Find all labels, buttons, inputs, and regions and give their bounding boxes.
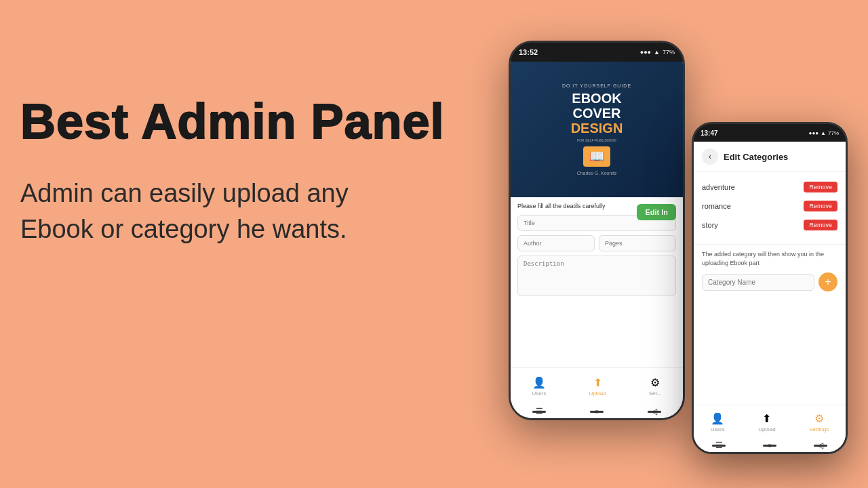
phone-front-icons: ●●● ▲ 77% bbox=[809, 130, 839, 136]
left-section: Best Admin Panel Admin can easily upload… bbox=[20, 95, 481, 248]
plus-icon: + bbox=[825, 276, 831, 288]
category-item-adventure: adventure Remove bbox=[702, 178, 837, 197]
book-title-line2: COVER bbox=[571, 106, 623, 121]
front-signal-icon: ●●● bbox=[809, 130, 819, 136]
book-graphic-icon: 📖 bbox=[589, 149, 604, 164]
author-input[interactable] bbox=[517, 235, 595, 251]
phone-front-status-bar: 13:47 ●●● ▲ 77% bbox=[694, 124, 846, 142]
front-wifi-icon: ▲ bbox=[821, 130, 826, 136]
nav-upload-label: Upload bbox=[589, 390, 606, 396]
phone-front-screen: ‹ Edit Categories adventure Remove roman… bbox=[694, 142, 846, 452]
home-bar-home-icon: ○ bbox=[590, 411, 604, 413]
nav-users[interactable]: 👤 Users bbox=[532, 376, 547, 396]
categories-list: adventure Remove romance Remove story Re… bbox=[694, 172, 846, 240]
phone-back-home-bar: ☰ ○ ◁ bbox=[511, 405, 683, 418]
phone-front-home-bar: ☰ ○ ◁ bbox=[694, 439, 846, 452]
category-romance-label: romance bbox=[702, 202, 731, 210]
remove-story-button[interactable]: Remove bbox=[804, 220, 837, 230]
description-input[interactable] bbox=[517, 256, 676, 296]
edit-categories-title: Edit Categories bbox=[724, 152, 788, 162]
front-upload-icon: ⬆ bbox=[762, 412, 771, 425]
front-home-bar-home-icon: ○ bbox=[763, 445, 776, 447]
front-battery-icon: 77% bbox=[828, 130, 839, 136]
wifi-icon: ▲ bbox=[654, 49, 660, 56]
category-adventure-label: adventure bbox=[702, 183, 735, 191]
front-nav-users[interactable]: 👤 Users bbox=[711, 412, 725, 432]
pages-input[interactable] bbox=[599, 235, 676, 251]
book-title-line3: DESIGN bbox=[571, 121, 623, 136]
nav-users-label: Users bbox=[532, 390, 547, 396]
nav-settings[interactable]: ⚙ Set... bbox=[649, 376, 662, 396]
back-icon: ‹ bbox=[709, 152, 711, 161]
back-button[interactable]: ‹ bbox=[702, 148, 718, 165]
phone-back-status-bar: 13:52 ●●● ▲ 77% bbox=[511, 43, 683, 62]
battery-icon: 77% bbox=[663, 49, 675, 56]
phones-container: 13:52 ●●● ▲ 77% DO IT YOURSELF GUIDE EBO… bbox=[509, 41, 848, 474]
front-nav-upload-label: Upload bbox=[758, 426, 775, 432]
category-story-label: story bbox=[702, 221, 718, 229]
edit-categories-header: ‹ Edit Categories bbox=[694, 142, 846, 172]
phone-front: 13:47 ●●● ▲ 77% ‹ Edit Categories advent… bbox=[692, 122, 848, 454]
phone-back-screen: DO IT YOURSELF GUIDE EBOOK COVER DESIGN … bbox=[511, 62, 683, 418]
edit-in-button[interactable]: Edit In bbox=[637, 204, 676, 220]
front-nav-upload[interactable]: ⬆ Upload bbox=[758, 412, 775, 432]
book-cover-title: EBOOK COVER DESIGN bbox=[571, 91, 623, 136]
phone-back-bottom-nav: 👤 Users ⬆ Upload ⚙ Set... bbox=[511, 367, 683, 405]
users-icon: 👤 bbox=[532, 376, 546, 389]
add-category-row: + bbox=[702, 272, 837, 291]
add-category-instruction: The added category will then show you in… bbox=[702, 250, 837, 267]
category-name-input[interactable] bbox=[702, 274, 814, 291]
form-row-author-pages bbox=[517, 235, 676, 251]
category-item-romance: romance Remove bbox=[702, 197, 837, 216]
phone-back-icons: ●●● ▲ 77% bbox=[640, 49, 675, 56]
remove-romance-button[interactable]: Remove bbox=[804, 201, 837, 211]
phone-front-time: 13:47 bbox=[701, 129, 718, 137]
home-bar-menu-icon: ☰ bbox=[532, 411, 546, 413]
nav-upload[interactable]: ⬆ Upload bbox=[589, 376, 606, 396]
front-nav-users-label: Users bbox=[711, 426, 725, 432]
book-cover: DO IT YOURSELF GUIDE EBOOK COVER DESIGN … bbox=[511, 62, 683, 197]
phone-back-time: 13:52 bbox=[519, 48, 538, 56]
phone-front-bottom-nav: 👤 Users ⬆ Upload ⚙ Settings bbox=[694, 405, 846, 439]
home-bar-back-icon: ◁ bbox=[648, 411, 661, 413]
book-cover-top-label: DO IT YOURSELF GUIDE bbox=[562, 83, 631, 88]
settings-icon: ⚙ bbox=[650, 376, 660, 389]
remove-adventure-button[interactable]: Remove bbox=[804, 182, 837, 192]
front-users-icon: 👤 bbox=[711, 412, 724, 425]
subtitle: Admin can easily upload any Ebook or cat… bbox=[20, 176, 427, 247]
signal-icon: ●●● bbox=[640, 49, 651, 56]
nav-settings-label: Set... bbox=[649, 390, 662, 396]
add-category-section: The added category will then show you in… bbox=[694, 244, 846, 297]
front-nav-settings-label: Settings bbox=[809, 426, 829, 432]
main-title: Best Admin Panel bbox=[20, 95, 481, 148]
front-home-bar-menu-icon: ☰ bbox=[712, 445, 726, 447]
upload-icon: ⬆ bbox=[593, 376, 602, 389]
front-settings-icon: ⚙ bbox=[814, 412, 824, 425]
book-icon: 📖 bbox=[583, 146, 610, 167]
front-home-bar-back-icon: ◁ bbox=[814, 445, 827, 447]
book-author: Charles G. Koonitz bbox=[577, 171, 617, 176]
phone-back: 13:52 ●●● ▲ 77% DO IT YOURSELF GUIDE EBO… bbox=[509, 41, 685, 420]
category-item-story: story Remove bbox=[702, 216, 837, 235]
add-category-button[interactable]: + bbox=[818, 272, 837, 291]
book-title-line1: EBOOK bbox=[571, 91, 623, 106]
front-nav-settings[interactable]: ⚙ Settings bbox=[809, 412, 829, 432]
book-subtitle: FOR SELF-PUBLISHERS bbox=[577, 138, 616, 142]
